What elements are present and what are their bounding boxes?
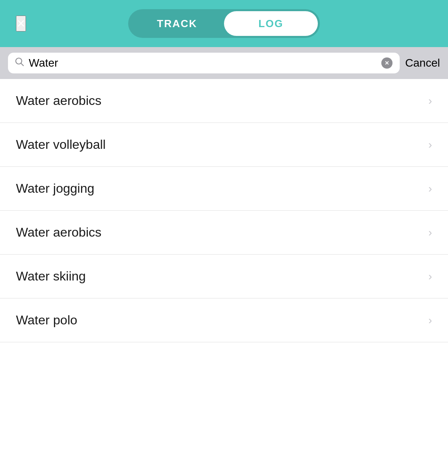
track-tab[interactable]: TRACK	[130, 11, 224, 36]
chevron-right-icon: ›	[428, 270, 432, 283]
search-box: ✕	[8, 53, 400, 73]
list-item[interactable]: Water volleyball›	[0, 123, 448, 167]
list-item[interactable]: Water aerobics›	[0, 211, 448, 255]
search-area: ✕ Cancel	[0, 47, 448, 79]
cancel-button[interactable]: Cancel	[405, 57, 440, 69]
clear-search-button[interactable]: ✕	[381, 57, 392, 69]
search-icon	[15, 57, 24, 69]
chevron-right-icon: ›	[428, 226, 432, 239]
chevron-right-icon: ›	[428, 182, 432, 195]
result-label: Water jogging	[16, 181, 94, 196]
app-header: × TRACK LOG	[0, 0, 448, 47]
result-label: Water aerobics	[16, 93, 101, 108]
log-tab[interactable]: LOG	[224, 11, 318, 36]
result-label: Water skiing	[16, 269, 86, 284]
search-results-list: Water aerobics›Water volleyball›Water jo…	[0, 79, 448, 342]
result-label: Water volleyball	[16, 137, 106, 152]
list-item[interactable]: Water aerobics›	[0, 79, 448, 123]
chevron-right-icon: ›	[428, 95, 432, 107]
search-input[interactable]	[29, 57, 377, 69]
result-label: Water polo	[16, 313, 77, 328]
list-item[interactable]: Water jogging›	[0, 167, 448, 211]
svg-line-1	[21, 63, 24, 66]
chevron-right-icon: ›	[428, 138, 432, 151]
track-log-toggle: TRACK LOG	[128, 9, 320, 38]
result-label: Water aerobics	[16, 225, 101, 240]
chevron-right-icon: ›	[428, 314, 432, 327]
list-item[interactable]: Water polo›	[0, 298, 448, 342]
list-item[interactable]: Water skiing›	[0, 255, 448, 298]
close-button[interactable]: ×	[16, 16, 26, 32]
